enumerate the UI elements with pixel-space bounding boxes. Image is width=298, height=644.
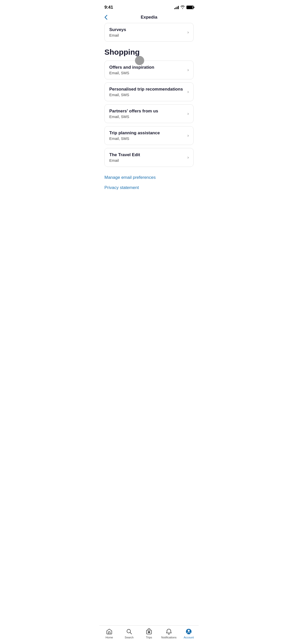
status-time: 9:41 [104,5,113,10]
shopping-item-title-4: The Travel Edit [109,152,140,157]
wifi-icon [180,5,185,10]
shopping-item-chevron-3: › [187,133,189,138]
shopping-item-subtitle-1: Email, SMS [109,93,183,97]
shopping-heading: Shopping [104,48,194,56]
back-button[interactable] [104,15,107,20]
shopping-item-info-2: Partners' offers from us Email, SMS [109,109,158,119]
signal-icon [174,6,179,9]
surveys-card[interactable]: Surveys Email › [104,23,194,42]
surveys-title: Surveys [109,27,126,32]
shopping-item-4[interactable]: The Travel Edit Email › [104,148,194,167]
shopping-item-chevron-4: › [187,155,189,160]
shopping-item-info-4: The Travel Edit Email [109,152,140,163]
shopping-item-3[interactable]: Trip planning assistance Email, SMS › [104,126,194,145]
main-content: Surveys Email › Shopping Offers and insp… [99,23,199,216]
privacy-statement-link[interactable]: Privacy statement [104,185,194,190]
shopping-item-title-3: Trip planning assistance [109,130,160,136]
shopping-item-info-3: Trip planning assistance Email, SMS [109,130,160,141]
shopping-item-title-1: Personalised trip recommendations [109,87,183,92]
surveys-info: Surveys Email [109,27,126,37]
drag-indicator [135,56,144,65]
shopping-item-subtitle-4: Email [109,158,140,163]
shopping-item-1[interactable]: Personalised trip recommendations Email,… [104,82,194,101]
shopping-item-info-1: Personalised trip recommendations Email,… [109,87,183,97]
shopping-item-title-0: Offers and inspiration [109,65,154,70]
shopping-item-chevron-0: › [187,68,189,72]
nav-header: Expedia [99,13,199,23]
shopping-item-title-2: Partners' offers from us [109,109,158,114]
surveys-chevron: › [187,30,189,35]
page-title: Expedia [141,15,157,20]
manage-email-link[interactable]: Manage email preferences [104,175,194,180]
surveys-subtitle: Email [109,33,126,37]
shopping-item-chevron-2: › [187,111,189,116]
shopping-item-0[interactable]: Offers and inspiration Email, SMS › [104,61,194,79]
battery-icon [186,6,194,9]
shopping-item-subtitle-3: Email, SMS [109,136,160,141]
shopping-item-subtitle-0: Email, SMS [109,71,154,75]
shopping-list: Offers and inspiration Email, SMS › Pers… [104,61,194,170]
shopping-item-chevron-1: › [187,90,189,94]
shopping-item-subtitle-2: Email, SMS [109,114,158,119]
shopping-item-info-0: Offers and inspiration Email, SMS [109,65,154,75]
status-icons [174,5,194,10]
status-bar: 9:41 [99,0,199,13]
shopping-item-2[interactable]: Partners' offers from us Email, SMS › [104,104,194,123]
